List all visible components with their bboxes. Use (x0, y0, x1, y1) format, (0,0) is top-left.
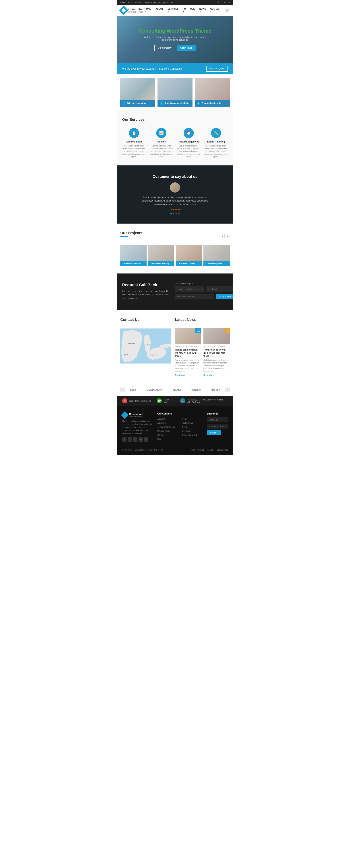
news-meta-1: June 18, 2017 ✦ 2 Comments (175, 345, 201, 347)
nav-news[interactable]: NEWS ▾ (199, 8, 207, 13)
footer-about-text: Id velit uul molim vepar eniall, quo sop… (122, 420, 154, 435)
footer-social: f t in g+ V (122, 437, 154, 442)
projects-grid: › Business Solutions › Retirement Planni… (120, 245, 230, 266)
service-accumulation: 📋 Accumulation Sed ut perspiciatis unde … (122, 128, 146, 158)
read-more-1[interactable]: Read More (175, 374, 185, 376)
projects-prev[interactable]: ‹ (220, 234, 225, 238)
partner-atlas: atlas (130, 388, 136, 391)
footer-bottom-myhome[interactable]: My Home (207, 449, 214, 451)
nav-services[interactable]: SERVICES ▾ (168, 8, 179, 13)
services-underline (122, 123, 129, 123)
project-1: › Business Solutions (120, 245, 147, 266)
callback-phone-input[interactable] (175, 294, 214, 299)
footer-services-title: Our Services (157, 412, 178, 415)
nav-about[interactable]: ABOUT ▾ (155, 8, 164, 13)
get-in-touch-button[interactable]: Get in Touch (177, 45, 196, 51)
nav-home[interactable]: HOME ▾ (145, 8, 152, 13)
footer-facebook-icon[interactable]: f (122, 437, 126, 442)
feature-label-2[interactable]: › Global consumer Insights (157, 100, 193, 106)
project-text-4: Risk Management (207, 263, 223, 265)
get-free-quote-button[interactable]: Get Free Quote (206, 66, 228, 72)
nav-portfolio[interactable]: PORTFOLIO ▾ (183, 8, 196, 13)
social-facebook[interactable]: f (218, 1, 219, 4)
footer-links-list: Home Testimonials News Services Corporat… (182, 417, 203, 436)
footer-vimeo-icon[interactable]: V (144, 437, 148, 442)
dot-4[interactable] (178, 213, 180, 214)
footer-linkedin-icon[interactable]: in (133, 437, 138, 442)
contact-title: Contact Us (120, 317, 171, 322)
estate-desc: Sed ut perspiciatis unde omnis iste natu… (204, 145, 228, 158)
phone-icon: ☎ (157, 398, 162, 403)
footer-bottom: Copyright 2017 Consuntant. Theme by Them… (122, 446, 228, 451)
social-pinterest[interactable]: p (224, 1, 225, 4)
accumulation-icon: 📋 (129, 128, 139, 138)
project-label-4[interactable]: › Risk Management (203, 261, 230, 266)
footer-subscribe-title: Subscribe (207, 412, 228, 415)
hero-title: Consulting WordPress Theme (139, 28, 211, 34)
partners-next[interactable]: › (225, 388, 230, 392)
contact-email-text: support@themesflat.com (129, 400, 151, 402)
email-icon: ✉ (122, 398, 127, 403)
project-2: › Retirement Planning (148, 245, 174, 266)
feature-img-1 (120, 78, 155, 100)
partners-section: ‹ atlas MEDIAfigure VIVAKI cedexis group… (117, 384, 233, 396)
project-label-2[interactable]: › Retirement Planning (148, 261, 174, 266)
testimonial-section: Customer to say about us Sed ut perspici… (117, 165, 233, 223)
read-more-2[interactable]: Read More (203, 374, 214, 376)
our-company-button[interactable]: Our Company (154, 45, 175, 51)
news-img-1: 18 June (175, 328, 201, 344)
callback-email-input[interactable] (206, 286, 233, 292)
dot-3[interactable] (176, 213, 177, 214)
testimonial-title: Customer to say about us (120, 175, 230, 179)
main-nav: HOME ▾ ABOUT ▾ SERVICES ▾ PORTFOLIO ▾ NE… (145, 8, 230, 13)
projects-title: Our Projects (120, 231, 142, 235)
footer-copyright: Copyright 2017 Consuntant. Theme by Them… (122, 449, 163, 451)
footer-bottom-myblog[interactable]: My Blog (197, 449, 204, 451)
footer-google-icon[interactable]: g+ (139, 437, 143, 442)
project-arrow-1: › (122, 263, 123, 265)
social-twitter[interactable]: t (221, 1, 222, 4)
callback-service-select[interactable]: I would like to discuss... (175, 286, 204, 292)
testimonial-avatar (170, 182, 180, 193)
project-img-3 (176, 245, 202, 261)
phone-info: Call us: +8 3 8376 6284 (120, 1, 142, 3)
map-container: Jersey City New York BROOKLYN Hudson Riv… (120, 328, 171, 364)
feature-label-1[interactable]: › Why our consulting (120, 100, 155, 106)
search-button[interactable]: 🔍 (225, 8, 230, 13)
feature-arrow-2: › (160, 101, 163, 105)
dot-1[interactable] (170, 213, 172, 214)
projects-next[interactable]: › (225, 234, 230, 238)
callback-submit-button[interactable]: Submit Now (216, 294, 233, 299)
accumulation-desc: Sed ut perspiciatis unde omnis iste natu… (122, 145, 146, 158)
news-title-1: Things can go wrong, it's how we deal wi… (175, 348, 201, 358)
footer-logo-icon (121, 411, 129, 419)
footer-submit-button[interactable]: SUBMIT (207, 430, 221, 435)
footer-email-input[interactable] (207, 417, 228, 422)
partners-prev[interactable]: ‹ (120, 388, 125, 392)
footer-twitter-icon[interactable]: t (127, 437, 132, 442)
news-title-2: Things can go wrong, it's how we deal wi… (203, 348, 230, 358)
footer-subscribe-col: Subscribe SUBMIT (207, 412, 228, 442)
svg-text:Hudson: Hudson (124, 353, 128, 355)
testimonial-dots (120, 213, 230, 214)
contact-phone-item: ☎ +8 3 8376 6284 (157, 398, 174, 403)
dot-2[interactable] (173, 213, 174, 214)
service-estate: ✏️ Estate Planning Sed ut perspiciatis u… (204, 128, 228, 158)
project-label-1[interactable]: › Business Solutions (120, 261, 147, 266)
footer-bottom-sample[interactable]: Sample Page (217, 449, 228, 451)
news-item-1: 18 June June 18, 2017 ✦ 2 Comments Thing… (175, 328, 201, 376)
footer-link-privacy: Privacy Policy (157, 429, 178, 432)
top-bar-social: f t p rss (217, 1, 230, 4)
logo-text-wrap: Consuntant Finance Business (128, 8, 145, 13)
footer-bottom-home[interactable]: Home (190, 449, 195, 451)
location-icon: 📍 (180, 398, 185, 403)
project-label-3[interactable]: › Business Planning (176, 261, 202, 266)
feature-text-3: Thought Leadership (202, 102, 221, 104)
footer-subscribe-input[interactable] (207, 424, 228, 429)
callback-form-label: How can we help? * (175, 283, 233, 285)
feature-label-3[interactable]: › Thought Leadership (195, 100, 230, 106)
social-rss[interactable]: rss (227, 1, 230, 4)
nav-contact[interactable]: CONTACT ▾ (210, 8, 222, 13)
news-grid: 18 June June 18, 2017 ✦ 2 Comments Thing… (175, 328, 230, 376)
projects-header: Our Projects ‹ › (120, 231, 230, 241)
